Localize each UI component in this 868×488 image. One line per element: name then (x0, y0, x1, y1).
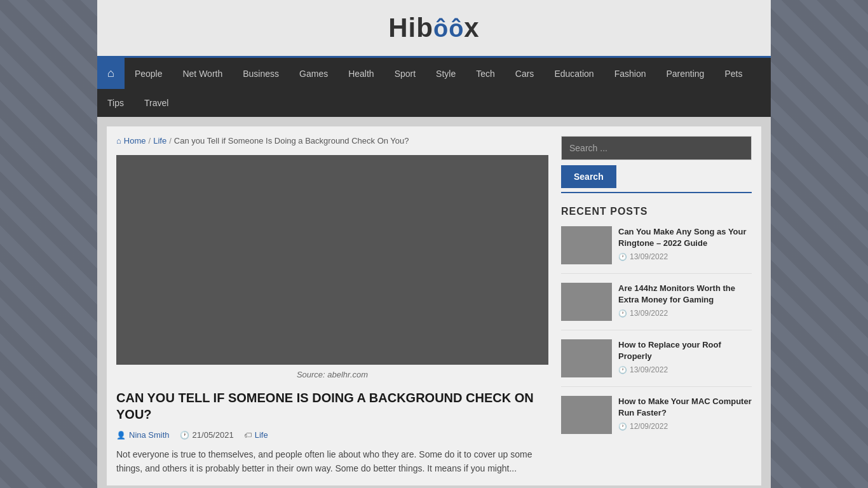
nav-item-health[interactable]: Health (338, 60, 384, 88)
nav-item-style[interactable]: Style (426, 60, 466, 88)
search-input[interactable] (561, 136, 752, 160)
page-wrapper: Hibôôx ⌂ People Net Worth Business Games… (97, 0, 771, 488)
date-icon-1: 🕐 (618, 253, 627, 261)
nav-item-fashion[interactable]: Fashion (604, 60, 656, 88)
breadcrumb-home-icon: ⌂ (116, 136, 121, 146)
search-divider (561, 192, 752, 193)
breadcrumb-home-label: Home (124, 136, 146, 146)
post-title-3[interactable]: How to Replace your Roof Properly (618, 339, 752, 362)
author-icon: 👤 (116, 431, 126, 440)
article-image (116, 155, 548, 365)
nav-item-pets[interactable]: Pets (714, 60, 752, 88)
meta-author: 👤 Nina Smith (116, 430, 170, 440)
nav-item-education[interactable]: Education (544, 60, 604, 88)
main-nav: ⌂ People Net Worth Business Games Health… (97, 58, 771, 117)
post-info-2: Are 144hz Monitors Worth the Extra Money… (618, 283, 752, 321)
nav-item-travel[interactable]: Travel (134, 89, 179, 117)
category-icon: 🏷 (244, 431, 252, 440)
nav-item-net-worth[interactable]: Net Worth (172, 60, 233, 88)
breadcrumb: ⌂ Home / Life / Can you Tell if Someone … (116, 136, 548, 146)
post-date-text-4: 12/09/2022 (630, 422, 668, 431)
nav-item-tips[interactable]: Tips (97, 89, 134, 117)
recent-post-item: How to Replace your Roof Properly 🕐 13/0… (561, 339, 752, 387)
date-icon: 🕐 (180, 431, 189, 440)
recent-post-item: How to Make Your MAC Computer Run Faster… (561, 396, 752, 443)
meta-date: 🕐 21/05/2021 (180, 430, 234, 440)
home-icon: ⌂ (107, 67, 114, 80)
breadcrumb-sep-2: / (169, 136, 172, 146)
nav-item-business[interactable]: Business (233, 60, 289, 88)
breadcrumb-home-link[interactable]: ⌂ Home (116, 136, 146, 146)
nav-item-tech[interactable]: Tech (466, 60, 505, 88)
post-title-1[interactable]: Can You Make Any Song as Your Ringtone –… (618, 226, 752, 249)
article-date: 21/05/2021 (193, 430, 234, 440)
inner-content: ⌂ Home / Life / Can you Tell if Someone … (107, 126, 761, 485)
date-icon-3: 🕐 (618, 366, 627, 374)
sidebar: Search Recent Posts Can You Make Any Son… (561, 136, 752, 476)
post-date-3: 🕐 13/09/2022 (618, 365, 752, 374)
post-date-1: 🕐 13/09/2022 (618, 252, 752, 261)
home-nav-button[interactable]: ⌂ (97, 58, 125, 89)
recent-posts-widget: Recent Posts Can You Make Any Song as Yo… (561, 206, 752, 443)
article-image-source: Source: abelhr.com (116, 370, 548, 379)
author-link[interactable]: Nina Smith (129, 430, 170, 440)
logo-eyes: ôô (433, 15, 464, 42)
recent-post-item: Are 144hz Monitors Worth the Extra Money… (561, 283, 752, 330)
logo-text-x: x (464, 13, 479, 43)
article-meta: 👤 Nina Smith 🕐 21/05/2021 🏷 Life (116, 430, 548, 440)
search-button[interactable]: Search (561, 165, 616, 188)
site-logo: Hibôôx (104, 13, 764, 43)
logo-text-hib: Hib (388, 13, 433, 43)
nav-item-sport[interactable]: Sport (384, 60, 426, 88)
post-info-1: Can You Make Any Song as Your Ringtone –… (618, 226, 752, 264)
post-thumbnail-1 (561, 226, 612, 264)
article-paragraph: Not everyone is true to themselves, and … (116, 447, 548, 476)
post-date-text-1: 13/09/2022 (630, 252, 668, 261)
date-icon-4: 🕐 (618, 423, 627, 431)
content-area: ⌂ Home / Life / Can you Tell if Someone … (97, 117, 771, 488)
recent-posts-title: Recent Posts (561, 206, 752, 217)
article-content: Not everyone is true to themselves, and … (116, 447, 548, 476)
post-info-4: How to Make Your MAC Computer Run Faster… (618, 396, 752, 434)
nav-item-games[interactable]: Games (289, 60, 338, 88)
meta-category: 🏷 Life (244, 430, 268, 440)
post-date-text-3: 13/09/2022 (630, 365, 668, 374)
post-info-3: How to Replace your Roof Properly 🕐 13/0… (618, 339, 752, 377)
post-date-4: 🕐 12/09/2022 (618, 422, 752, 431)
nav-item-parenting[interactable]: Parenting (656, 60, 714, 88)
post-title-4[interactable]: How to Make Your MAC Computer Run Faster… (618, 396, 752, 419)
nav-item-people[interactable]: People (125, 60, 173, 88)
post-thumbnail-3 (561, 339, 612, 377)
nav-item-cars[interactable]: Cars (505, 60, 545, 88)
recent-post-item: Can You Make Any Song as Your Ringtone –… (561, 226, 752, 274)
post-thumbnail-4 (561, 396, 612, 434)
post-date-text-2: 13/09/2022 (630, 309, 668, 318)
breadcrumb-current: Can you Tell if Someone Is Doing a Backg… (174, 136, 409, 146)
date-icon-2: 🕐 (618, 309, 627, 318)
category-link[interactable]: Life (255, 430, 268, 440)
site-header: Hibôôx (97, 0, 771, 58)
main-article: ⌂ Home / Life / Can you Tell if Someone … (116, 136, 548, 476)
breadcrumb-sep-1: / (149, 136, 151, 146)
post-date-2: 🕐 13/09/2022 (618, 309, 752, 318)
search-widget: Search (561, 136, 752, 193)
post-title-2[interactable]: Are 144hz Monitors Worth the Extra Money… (618, 283, 752, 306)
post-thumbnail-2 (561, 283, 612, 321)
article-title: Can You Tell If Someone Is Doing A Backg… (116, 390, 548, 423)
breadcrumb-life-link[interactable]: Life (153, 136, 166, 146)
